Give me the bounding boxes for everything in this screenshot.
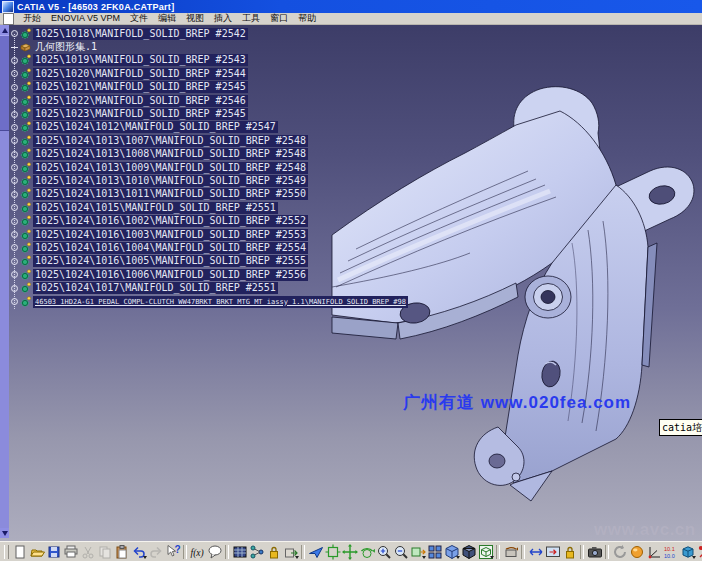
geometrical-set-icon[interactable] xyxy=(19,41,31,53)
sphere-icon[interactable] xyxy=(628,543,645,560)
tree-item-label[interactable]: 1025\1024\1013\1007\MANIFOLD_SOLID_BREP … xyxy=(33,135,308,147)
tree-row[interactable]: 1025\1024\1013\1007\MANIFOLD_SOLID_BREP … xyxy=(10,134,408,147)
menu-item-6[interactable]: 工具 xyxy=(237,13,265,24)
formula-icon[interactable]: f(x) xyxy=(189,543,206,560)
tree-expand-node[interactable] xyxy=(11,164,18,171)
menu-item-5[interactable]: 插入 xyxy=(209,13,237,24)
fit-all-icon[interactable] xyxy=(324,543,341,560)
tree-row[interactable]: 1025\1022\MANIFOLD_SOLID_BREP #2546 xyxy=(10,94,408,107)
manifold-solid-brep-icon[interactable] xyxy=(19,68,31,80)
manifold-solid-brep-icon[interactable] xyxy=(19,162,31,174)
tree-expand-node[interactable] xyxy=(11,137,18,144)
tree-item-label[interactable]: 1025\1024\1016\1002\MANIFOLD_SOLID_BREP … xyxy=(33,215,308,227)
manifold-solid-brep-icon[interactable] xyxy=(19,135,31,147)
manifold-solid-brep-icon[interactable] xyxy=(19,81,31,93)
tree-row[interactable]: 1025\1024\1013\1008\MANIFOLD_SOLID_BREP … xyxy=(10,148,408,161)
menu-item-3[interactable]: 编辑 xyxy=(153,13,181,24)
toolbar-grip[interactable] xyxy=(4,545,9,559)
manifold-solid-brep-icon[interactable] xyxy=(19,121,31,133)
visibility-lock-icon[interactable] xyxy=(561,543,578,560)
flyout-arrow-icon[interactable] xyxy=(490,556,494,559)
tree-row[interactable]: 几何图形集.1 xyxy=(10,40,408,53)
menu-item-0[interactable]: 开始 xyxy=(18,13,46,24)
tree-expand-node[interactable] xyxy=(11,70,18,77)
manifold-solid-brep-icon[interactable] xyxy=(19,269,31,281)
camera-icon[interactable] xyxy=(586,543,603,560)
tree-row[interactable]: 1025\1023\MANIFOLD_SOLID_BREP #2545 xyxy=(10,107,408,120)
manifold-solid-brep-icon[interactable] xyxy=(19,255,31,267)
tree-expand-node[interactable] xyxy=(11,97,18,104)
print-icon[interactable] xyxy=(62,543,79,560)
tree-item-label[interactable]: 46503 1HD2A-G1 PEDAL COMPL-CLUTCH WW47BR… xyxy=(33,296,408,308)
menu-item-2[interactable]: 文件 xyxy=(125,13,153,24)
scrollbar-thumb[interactable] xyxy=(0,35,9,131)
tree-row[interactable]: 1025\1018\MANIFOLD_SOLID_BREP #2542 xyxy=(10,27,408,40)
tree-row[interactable]: 1025\1024\1013\1009\MANIFOLD_SOLID_BREP … xyxy=(10,161,408,174)
tree-item-label[interactable]: 1025\1024\1013\1009\MANIFOLD_SOLID_BREP … xyxy=(33,162,308,174)
rotate-icon[interactable] xyxy=(358,543,375,560)
normal-view-icon[interactable] xyxy=(409,543,426,560)
tree-row[interactable]: 46503 1HD2A-G1 PEDAL COMPL-CLUTCH WW47BR… xyxy=(10,295,408,308)
export-icon[interactable] xyxy=(282,543,299,560)
app-icon[interactable] xyxy=(2,1,14,13)
manifold-solid-brep-icon[interactable] xyxy=(19,95,31,107)
tree-expand-node[interactable] xyxy=(11,244,18,251)
flyout-arrow-icon[interactable] xyxy=(295,556,299,559)
tree-expand-node[interactable] xyxy=(11,84,18,91)
tree-item-label[interactable]: 1025\1023\MANIFOLD_SOLID_BREP #2545 xyxy=(33,108,248,120)
tree-row[interactable]: 1025\1024\1016\1002\MANIFOLD_SOLID_BREP … xyxy=(10,214,408,227)
fit-width-icon[interactable] xyxy=(527,543,544,560)
tree-expand-node[interactable] xyxy=(11,218,18,225)
manifold-solid-brep-icon[interactable] xyxy=(19,242,31,254)
tree-row[interactable]: 1025\1024\1012\MANIFOLD_SOLID_BREP #2547 xyxy=(10,121,408,134)
axis-icon[interactable] xyxy=(645,543,662,560)
menu-item-1[interactable]: ENOVIA V5 VPM xyxy=(46,13,125,24)
zoom-in-icon[interactable] xyxy=(375,543,392,560)
structure-graph-icon[interactable] xyxy=(248,543,265,560)
table-icon[interactable] xyxy=(231,543,248,560)
manifold-solid-brep-icon[interactable] xyxy=(19,282,31,294)
tree-row[interactable]: 1025\1024\1017\MANIFOLD_SOLID_BREP #2551 xyxy=(10,281,408,294)
tree-item-label[interactable]: 1025\1019\MANIFOLD_SOLID_BREP #2543 xyxy=(33,54,248,66)
tree-row[interactable]: 1025\1024\1016\1005\MANIFOLD_SOLID_BREP … xyxy=(10,255,408,268)
tree-item-label[interactable]: 1025\1024\1012\MANIFOLD_SOLID_BREP #2547 xyxy=(33,121,278,133)
manifold-solid-brep-icon[interactable] xyxy=(19,148,31,160)
tree-row[interactable]: 1025\1019\MANIFOLD_SOLID_BREP #2543 xyxy=(10,54,408,67)
document-icon[interactable] xyxy=(3,13,14,25)
tree-item-label[interactable]: 1025\1024\1016\1005\MANIFOLD_SOLID_BREP … xyxy=(33,255,308,267)
paste-icon[interactable] xyxy=(113,543,130,560)
multi-view-icon[interactable] xyxy=(426,543,443,560)
manifold-solid-brep-icon[interactable] xyxy=(19,296,31,308)
tree-expand-node[interactable] xyxy=(11,111,18,118)
tree-expand-node[interactable] xyxy=(11,271,18,278)
tree-row[interactable]: 1025\1024\1016\1004\MANIFOLD_SOLID_BREP … xyxy=(10,241,408,254)
tree-item-label[interactable]: 1025\1024\1013\1008\MANIFOLD_SOLID_BREP … xyxy=(33,148,308,160)
whats-this-icon[interactable]: ? xyxy=(164,543,181,560)
tree-item-label[interactable]: 1025\1024\1016\1004\MANIFOLD_SOLID_BREP … xyxy=(33,242,308,254)
tree-item-label[interactable]: 几何图形集.1 xyxy=(33,41,99,53)
snap-value-icon[interactable]: 10.110.0 xyxy=(662,543,679,560)
tree-expand-node[interactable] xyxy=(11,30,18,37)
tree-row[interactable]: 1025\1024\1016\1003\MANIFOLD_SOLID_BREP … xyxy=(10,228,408,241)
scroll-up-icon[interactable] xyxy=(0,25,9,35)
open-folder-icon[interactable] xyxy=(28,543,45,560)
shaded-view-icon[interactable] xyxy=(460,543,477,560)
tree-item-label[interactable]: 1025\1024\1016\1006\MANIFOLD_SOLID_BREP … xyxy=(33,269,308,281)
tree-branch-dash[interactable] xyxy=(11,47,18,48)
menu-item-4[interactable]: 视图 xyxy=(181,13,209,24)
tree-expand-node[interactable] xyxy=(11,151,18,158)
manifold-solid-brep-icon[interactable] xyxy=(19,28,31,40)
menu-item-8[interactable]: 帮助 xyxy=(293,13,321,24)
comment-icon[interactable] xyxy=(206,543,223,560)
tree-row[interactable]: 1025\1021\MANIFOLD_SOLID_BREP #2545 xyxy=(10,81,408,94)
manifold-solid-brep-icon[interactable] xyxy=(19,188,31,200)
tree-expand-node[interactable] xyxy=(11,191,18,198)
refresh-icon[interactable] xyxy=(611,543,628,560)
tree-expand-node[interactable] xyxy=(11,258,18,265)
swap-space-icon[interactable] xyxy=(544,543,561,560)
rotate-object-icon[interactable] xyxy=(502,543,519,560)
tree-item-label[interactable]: 1025\1024\1013\1011\MANIFOLD_SOLID_BREP … xyxy=(33,188,308,200)
pan-icon[interactable] xyxy=(341,543,358,560)
manifold-solid-brep-icon[interactable] xyxy=(19,175,31,187)
fly-mode-icon[interactable] xyxy=(307,543,324,560)
